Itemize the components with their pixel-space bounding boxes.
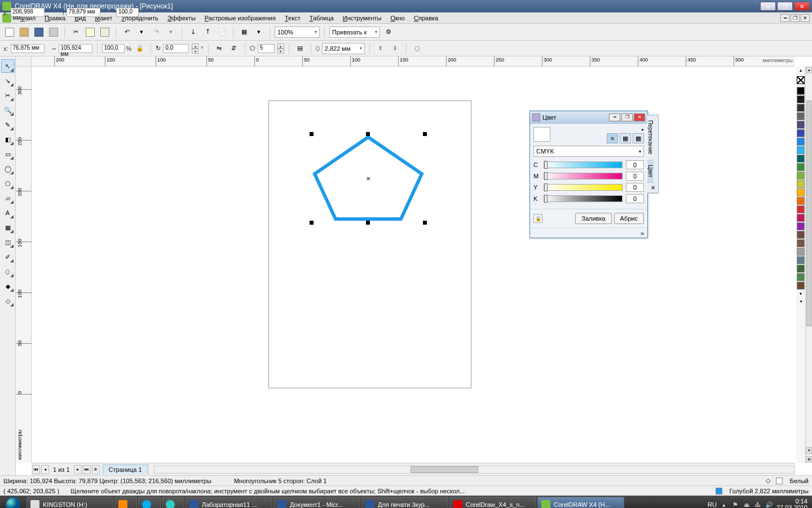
palette-swatch-4[interactable] xyxy=(797,121,805,129)
scale-x-input[interactable]: 100,0 xyxy=(102,44,125,53)
docker-tab-palette[interactable]: ▩ xyxy=(633,133,644,143)
c-slider[interactable] xyxy=(544,161,623,168)
next-page-button[interactable]: ▸ xyxy=(74,465,82,474)
to-back-button[interactable]: ⬇ xyxy=(389,42,401,55)
selection-handle-ne[interactable] xyxy=(423,132,427,136)
redo-button[interactable]: ↷ xyxy=(150,26,162,38)
height-input[interactable]: 79,879 мм xyxy=(67,8,100,17)
docker-expand-bar[interactable]: » xyxy=(530,227,647,238)
horizontal-ruler[interactable]: 200 150 100 50 0 50 100 150 200 250 300 … xyxy=(32,56,795,67)
snap-combo[interactable]: Привязать к xyxy=(329,27,380,38)
palette-swatch-16[interactable] xyxy=(797,222,805,230)
menu-table[interactable]: Таблица xyxy=(305,14,338,23)
color-model-combo[interactable]: CMYK xyxy=(533,146,644,157)
undo-dropdown[interactable]: ▾ xyxy=(135,26,148,38)
first-page-button[interactable]: ⏮ xyxy=(32,465,40,474)
redo-dropdown[interactable]: ▾ xyxy=(165,26,177,38)
docker-options-icon[interactable]: ▸ xyxy=(554,127,644,132)
sidetab-close[interactable]: ✕ xyxy=(647,183,658,193)
palette-swatch-0[interactable] xyxy=(797,87,805,95)
palette-flyout[interactable]: ◂ xyxy=(800,299,802,304)
new-button[interactable] xyxy=(3,26,16,38)
crop-tool[interactable]: ✂ xyxy=(1,89,15,102)
palette-swatch-12[interactable] xyxy=(797,189,805,196)
palette-swatch-18[interactable] xyxy=(797,239,805,247)
tray-safely-remove-icon[interactable]: ⏏ xyxy=(743,501,751,508)
last-page-button[interactable]: ⏭ xyxy=(83,465,91,474)
sides-input[interactable]: 5 xyxy=(258,44,275,53)
menu-bitmaps[interactable]: Растровые изображения xyxy=(200,14,280,23)
mdi-restore-button[interactable]: ❐ xyxy=(791,14,800,22)
wrap-text-button[interactable]: ▤ xyxy=(294,42,306,55)
tray-show-hidden[interactable]: ▴ xyxy=(720,501,728,508)
taskbar-wmp[interactable] xyxy=(114,497,137,508)
options-button[interactable]: ⚙ xyxy=(382,26,395,38)
docker-titlebar[interactable]: Цвет ━ ❐ ✕ xyxy=(530,111,647,124)
palette-swatch-6[interactable] xyxy=(797,138,805,146)
ruler-origin[interactable] xyxy=(16,56,32,67)
convert-curves-button[interactable]: ◌ xyxy=(411,42,423,55)
m-slider[interactable] xyxy=(544,173,623,179)
mirror-v-button[interactable]: ⇵ xyxy=(228,42,240,55)
page-tab-1[interactable]: Страница 1 xyxy=(103,465,148,474)
copy-button[interactable] xyxy=(84,26,96,38)
sidetab-blend[interactable]: Перетекание xyxy=(647,115,654,160)
palette-swatch-23[interactable] xyxy=(797,282,805,290)
eyedropper-tool[interactable]: ✐ xyxy=(1,250,15,264)
palette-swatch-19[interactable] xyxy=(797,248,805,256)
window-maximize-button[interactable]: ❐ xyxy=(777,2,793,11)
taskbar-coreldraw[interactable]: CorelDRAW X4 (Н... xyxy=(537,497,624,508)
selection-handle-n[interactable] xyxy=(366,132,370,136)
taskbar-word3[interactable]: Для печати 3кур... xyxy=(361,497,448,508)
palette-swatch-7[interactable] xyxy=(797,146,805,154)
palette-swatch-9[interactable] xyxy=(797,163,805,171)
cut-button[interactable]: ✂ xyxy=(69,26,82,38)
c-value[interactable]: 0 xyxy=(626,160,644,169)
undo-button[interactable]: ↶ xyxy=(121,26,133,38)
taskbar-word1[interactable]: Лабораторная11 ... xyxy=(186,497,272,508)
menu-effects[interactable]: Эффекты xyxy=(163,14,200,23)
color-docker[interactable]: Цвет ━ ❐ ✕ ▸ ≡ ▦ xyxy=(529,111,648,238)
palette-swatch-5[interactable] xyxy=(797,129,805,137)
rectangle-tool[interactable]: ▭ xyxy=(1,147,15,161)
smart-fill-tool[interactable]: ◧ xyxy=(1,133,15,146)
freehand-tool[interactable]: ✎ xyxy=(1,118,15,132)
add-page-button[interactable]: ⊕ xyxy=(92,465,100,474)
no-color-swatch[interactable] xyxy=(797,76,805,84)
y-slider[interactable] xyxy=(544,184,623,191)
docker-tab-sliders[interactable]: ≡ xyxy=(607,133,618,143)
lock-button[interactable]: 🔒 xyxy=(533,214,542,223)
rotation-input[interactable]: 0,0 xyxy=(163,44,189,53)
start-button[interactable] xyxy=(0,496,26,508)
palette-swatch-20[interactable] xyxy=(797,256,805,264)
taskbar-word2[interactable]: Документ1 - Micr... xyxy=(273,497,360,508)
outline-width-combo[interactable]: 2,822 мм xyxy=(322,43,365,54)
palette-swatch-14[interactable] xyxy=(797,205,805,213)
palette-swatch-15[interactable] xyxy=(797,214,805,222)
nav-button[interactable]: ⊕ xyxy=(806,456,812,463)
menu-text[interactable]: Текст xyxy=(280,14,305,23)
pick-tool[interactable]: ↖ xyxy=(1,59,15,73)
tray-clock[interactable]: 0:14 27.03.2010 xyxy=(776,498,807,508)
scale-y-input[interactable]: 100,0 xyxy=(116,8,139,17)
save-button[interactable] xyxy=(33,26,45,38)
taskbar-pdf[interactable]: CorelDraw_X4_s_n... xyxy=(449,497,536,508)
zoom-tool[interactable]: 🔍 xyxy=(1,103,15,117)
palette-swatch-17[interactable] xyxy=(797,231,805,239)
interactive-tool[interactable]: ◫ xyxy=(1,235,15,249)
y-input[interactable]: 206,998 мм xyxy=(11,8,45,17)
table-tool[interactable]: ▦ xyxy=(1,221,15,234)
prev-page-button[interactable]: ◂ xyxy=(41,465,49,474)
k-slider[interactable] xyxy=(544,195,623,202)
width-input[interactable]: 105,924 мм xyxy=(59,44,92,53)
open-button[interactable] xyxy=(18,26,30,38)
window-minimize-button[interactable]: ━ xyxy=(760,2,776,11)
print-button[interactable] xyxy=(47,26,60,38)
mirror-h-button[interactable]: ⇋ xyxy=(213,42,226,55)
ellipse-tool[interactable]: ◯ xyxy=(1,162,15,176)
sidetab-color[interactable]: Цвет xyxy=(647,160,654,183)
app-launcher-dropdown[interactable]: ▾ xyxy=(253,26,265,38)
y-value[interactable]: 0 xyxy=(626,183,644,192)
mdi-minimize-button[interactable]: ━ xyxy=(780,14,789,22)
palette-swatch-8[interactable] xyxy=(797,155,805,163)
